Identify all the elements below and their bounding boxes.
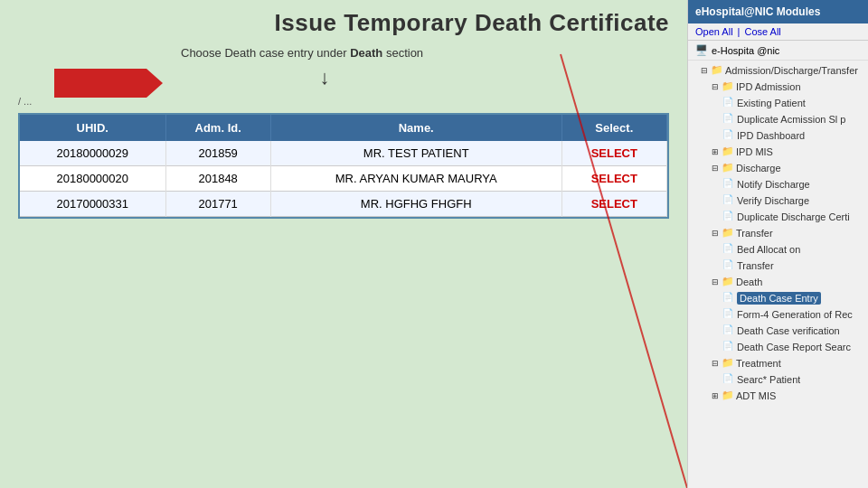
- doc-icon-search-patient: 📄: [722, 373, 735, 386]
- tree-label-death-verification: Death Case verification: [737, 325, 840, 336]
- tree-item-death-case-entry[interactable]: 📄 Death Case Entry: [693, 290, 863, 306]
- doc-icon-trans: 📄: [722, 259, 735, 272]
- cell-select: SELECT: [561, 192, 666, 217]
- tree-label-verify-discharge: Verify Discharge: [737, 195, 809, 206]
- col-select: Select.: [561, 115, 666, 141]
- tree-label-admission: Admission/Discharge/Transfer: [725, 65, 858, 76]
- expand-icon: ⊟: [701, 66, 708, 75]
- open-all-link[interactable]: Open All: [695, 26, 733, 37]
- expand-icon-treatment: ⊟: [712, 359, 719, 368]
- sidebar[interactable]: eHospital@NIC Modules Open All | Cose Al…: [687, 0, 868, 488]
- doc-icon-notify: 📄: [722, 178, 735, 191]
- col-uhid: UHID.: [20, 115, 165, 141]
- page-title: Issue Temporary Death Certificate: [0, 0, 687, 42]
- doc-icon-dup-dis: 📄: [722, 211, 735, 223]
- doc-icon-form4: 📄: [722, 308, 735, 321]
- tree-item-bed-allocation[interactable]: 📄 Bed Allocat on: [693, 241, 863, 258]
- tree-label-form4: Form-4 Generation of Rec: [737, 309, 853, 320]
- table-header-row: UHID. Adm. Id. Name. Select.: [20, 115, 667, 141]
- tree-label-treatment: Treatment: [736, 358, 781, 369]
- select-link-1[interactable]: SELECT: [591, 172, 637, 185]
- tree-label-duplicate-admission: Duplicate Acmission Sl p: [737, 114, 845, 125]
- folder-icon: 📁: [711, 64, 723, 77]
- cell-name: MR. HGFHG FHGFH: [270, 192, 561, 217]
- expand-icon-mis: ⊞: [712, 147, 719, 156]
- folder-icon-ipd: 📁: [722, 80, 734, 93]
- table-row: 20180000029201859MR. TEST PATIENTSELECT: [20, 141, 667, 166]
- tree-item-form4[interactable]: 📄 Form-4 Generation of Rec: [693, 306, 863, 323]
- sidebar-user: 🖥️ e-Hospita @nic: [688, 41, 868, 61]
- cell-uhid: 20170000331: [20, 192, 165, 217]
- select-link-0[interactable]: SELECT: [591, 146, 637, 160]
- tree-label-transfer: Transfer: [736, 228, 773, 239]
- tree-item-ipd-mis[interactable]: ⊞ 📁 IPD MIS: [693, 144, 863, 160]
- folder-icon-death: 📁: [722, 276, 734, 288]
- cell-select: SELECT: [561, 166, 666, 192]
- tree-item-admission[interactable]: ⊟ 📁 Admission/Discharge/Transfer: [693, 62, 863, 79]
- folder-icon-treatment: 📁: [722, 357, 734, 370]
- tree-item-death-report[interactable]: 📄 Death Case Report Searc: [693, 339, 863, 355]
- cell-uhid: 20180000020: [20, 166, 165, 192]
- user-icon: 🖥️: [695, 44, 708, 56]
- tree-menu: ⊟ 📁 Admission/Discharge/Transfer ⊟ 📁 IPD…: [688, 61, 868, 406]
- tree-label-ipd-dashboard: IPD Dashboard: [737, 130, 805, 141]
- sidebar-header: eHospital@NIC Modules: [688, 0, 868, 23]
- tree-item-discharge[interactable]: ⊟ 📁 Discharge: [693, 160, 863, 176]
- tree-item-transfer-sub[interactable]: 📄 Transfer: [693, 258, 863, 274]
- doc-icon-verify: 📄: [722, 194, 735, 207]
- tree-label-transfer-sub: Transfer: [737, 260, 774, 271]
- col-name: Name.: [270, 115, 561, 141]
- cell-select: SELECT: [561, 141, 666, 166]
- doc-icon-dash: 📄: [722, 129, 735, 142]
- tree-label-adt-mis: ADT MIS: [736, 390, 776, 401]
- close-all-link[interactable]: Cose All: [744, 26, 780, 37]
- tree-label-existing-patient: Existing Patient: [737, 98, 806, 108]
- doc-icon-bed: 📄: [722, 243, 735, 256]
- tree-item-adt-mis[interactable]: ⊞ 📁 ADT MIS: [693, 388, 863, 404]
- doc-icon: 📄: [722, 97, 735, 109]
- expand-icon-adt-mis: ⊞: [712, 391, 719, 400]
- table-row: 20170000331201771MR. HGFHG FHGFHSELECT: [20, 192, 667, 217]
- cell-adm-id: 201848: [165, 166, 270, 192]
- cell-adm-id: 201771: [165, 192, 270, 217]
- tree-label-death: Death: [736, 277, 762, 287]
- tree-item-death-verification[interactable]: 📄 Death Case verification: [693, 323, 863, 339]
- tree-item-ipd-admission[interactable]: ⊟ 📁 IPD Admission: [693, 79, 863, 95]
- folder-icon-transfer: 📁: [722, 227, 734, 239]
- tree-item-existing-patient[interactable]: 📄 Existing Patient: [693, 95, 863, 111]
- cell-name: MR. TEST PATIENT: [270, 141, 561, 166]
- down-arrow-icon: ↓: [181, 64, 423, 89]
- select-link-2[interactable]: SELECT: [591, 197, 637, 211]
- tree-item-ipd-dashboard[interactable]: 📄 IPD Dashboard: [693, 127, 863, 144]
- tree-item-verify-discharge[interactable]: 📄 Verify Discharge: [693, 192, 863, 209]
- expand-icon-discharge: ⊟: [712, 164, 719, 173]
- folder-icon-mis: 📁: [722, 145, 734, 158]
- tree-label-search-patient: Searc* Patient: [737, 374, 800, 385]
- table-body: 20180000029201859MR. TEST PATIENTSELECT2…: [20, 141, 667, 217]
- folder-icon-adt-mis: 📁: [722, 389, 734, 402]
- tree-item-duplicate-discharge[interactable]: 📄 Duplicate Discharge Certi: [693, 209, 863, 225]
- table-row: 20180000020201848MR. ARYAN KUMAR MAURYAS…: [20, 166, 667, 192]
- folder-icon-discharge: 📁: [722, 162, 734, 174]
- doc-icon-death-report: 📄: [722, 341, 735, 353]
- tree-item-death[interactable]: ⊟ 📁 Death: [693, 274, 863, 290]
- instruction-text: Choose Death case entry under Death sect…: [181, 46, 423, 60]
- tree-label-bed-allocation: Bed Allocat on: [737, 244, 800, 255]
- doc-icon-dup: 📄: [722, 113, 735, 126]
- tree-item-transfer[interactable]: ⊟ 📁 Transfer: [693, 225, 863, 241]
- expand-icon-death: ⊟: [712, 277, 719, 286]
- tree-label-duplicate-discharge: Duplicate Discharge Certi: [737, 211, 850, 222]
- main-content: Issue Temporary Death Certificate Choose…: [0, 0, 687, 488]
- tree-label-notify-discharge: Notify Discharge: [737, 179, 810, 190]
- tree-item-treatment[interactable]: ⊟ 📁 Treatment: [693, 355, 863, 371]
- cell-uhid: 20180000029: [20, 141, 165, 166]
- tree-label-death-report: Death Case Report Searc: [737, 342, 851, 352]
- tree-item-duplicate-admission[interactable]: 📄 Duplicate Acmission Sl p: [693, 111, 863, 127]
- tree-label-ipd-admission: IPD Admission: [736, 81, 801, 92]
- sidebar-controls: Open All | Cose All: [688, 23, 868, 41]
- expand-icon-transfer: ⊟: [712, 229, 719, 238]
- col-adm-id: Adm. Id.: [165, 115, 270, 141]
- cell-name: MR. ARYAN KUMAR MAURYA: [270, 166, 561, 192]
- tree-item-search-patient[interactable]: 📄 Searc* Patient: [693, 371, 863, 388]
- tree-item-notify-discharge[interactable]: 📄 Notify Discharge: [693, 176, 863, 192]
